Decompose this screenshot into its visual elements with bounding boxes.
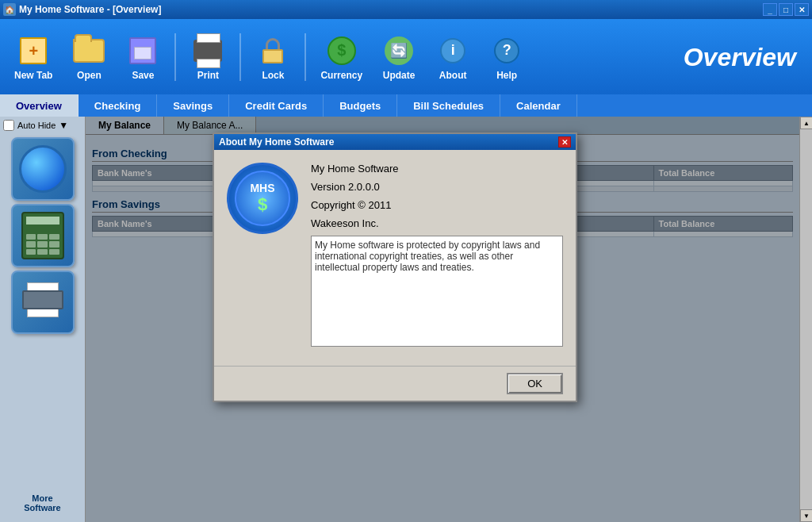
toolbar-items: New Tab Open Save Print [6, 30, 532, 84]
new-tab-icon [16, 33, 51, 68]
modal-overlay: About My Home Software ✕ MHS $ My Home S… [86, 117, 799, 522]
sidebar-icon-globe[interactable] [11, 137, 75, 201]
ok-button[interactable]: OK [507, 373, 563, 394]
scroll-down-button[interactable]: ▼ [800, 509, 812, 522]
app-icon: 🏠 [3, 3, 16, 16]
open-icon [71, 33, 106, 68]
currency-icon: $ [324, 33, 359, 68]
nav-checking[interactable]: Checking [79, 94, 158, 117]
open-label: Open [77, 70, 102, 81]
update-label: Update [383, 70, 416, 81]
auto-hide-checkbox[interactable] [3, 120, 14, 131]
toolbar: New Tab Open Save Print [0, 19, 812, 94]
modal-body: MHS $ My Home Software Version 2.0.0.0 C… [214, 150, 576, 366]
title-bar: 🏠 My Home Software - [Overview] _ □ ✕ [0, 0, 812, 19]
toolbar-separator-2 [239, 33, 241, 81]
lock-icon [255, 33, 290, 68]
content-area: My Balance My Balance A... From Checking… [86, 117, 799, 522]
globe-icon [19, 145, 67, 193]
printer-icon [20, 282, 66, 322]
window-controls[interactable]: _ □ ✕ [763, 3, 809, 16]
sidebar-icon-calculator[interactable] [11, 204, 75, 267]
modal-info: My Home Software Version 2.0.0.0 Copyrig… [311, 163, 563, 353]
nav-bar: Overview Checking Savings Credit Cards B… [0, 94, 812, 117]
app-name: My Home Software [311, 163, 563, 175]
page-title: Overview [684, 42, 796, 71]
toolbar-separator-3 [304, 33, 306, 81]
legal-text-box[interactable]: My Home software is protected by copyrig… [311, 236, 563, 347]
modal-footer: OK [214, 366, 576, 401]
window-title: My Home Software - [Overview] [19, 4, 161, 15]
sidebar-top: Auto Hide ▼ [3, 120, 82, 131]
modal-title: About My Home Software [219, 136, 334, 148]
main-area: Auto Hide ▼ [0, 117, 812, 522]
legal-text: My Home software is protected by copyrig… [315, 240, 540, 273]
save-icon [125, 33, 160, 68]
logo-dollar-icon: $ [258, 194, 267, 215]
help-icon: ? [489, 33, 524, 68]
toolbar-separator-1 [174, 33, 176, 81]
print-icon [190, 33, 225, 68]
nav-savings[interactable]: Savings [157, 94, 229, 117]
maximize-button[interactable]: □ [779, 3, 793, 16]
nav-budgets[interactable]: Budgets [324, 94, 397, 117]
app-copyright: Copyright © 2011 [311, 199, 563, 211]
about-button[interactable]: i About [427, 30, 478, 84]
help-label: Help [496, 70, 517, 81]
update-button[interactable]: 🔄 Update [373, 30, 424, 84]
calculator-icon [21, 212, 64, 259]
lock-button[interactable]: Lock [247, 30, 298, 84]
save-label: Save [132, 70, 154, 81]
auto-hide-label: Auto Hide [17, 121, 56, 130]
app-version: Version 2.0.0.0 [311, 181, 563, 193]
lock-label: Lock [262, 70, 284, 81]
nav-calendar[interactable]: Calendar [500, 94, 577, 117]
open-button[interactable]: Open [63, 30, 114, 84]
app-company: Wakeeson Inc. [311, 217, 563, 229]
update-icon: 🔄 [381, 33, 416, 68]
modal-titlebar: About My Home Software ✕ [214, 134, 576, 150]
save-button[interactable]: Save [117, 30, 168, 84]
currency-label: Currency [320, 70, 362, 81]
auto-hide-arrow-icon[interactable]: ▼ [59, 120, 68, 131]
modal-close-button[interactable]: ✕ [558, 136, 571, 148]
scroll-up-button[interactable]: ▲ [800, 117, 812, 129]
print-label: Print [197, 70, 219, 81]
currency-button[interactable]: $ Currency [312, 30, 370, 84]
scroll-track[interactable] [800, 129, 812, 509]
minimize-button[interactable]: _ [763, 3, 777, 16]
more-software-label: MoreSoftware [24, 493, 60, 512]
about-icon: i [435, 33, 470, 68]
app-logo: MHS $ [227, 163, 298, 234]
about-label: About [439, 70, 467, 81]
help-button[interactable]: ? Help [481, 30, 532, 84]
nav-bill-schedules[interactable]: Bill Schedules [397, 94, 500, 117]
logo-text: MHS [250, 182, 274, 194]
sidebar: Auto Hide ▼ [0, 117, 86, 522]
nav-credit-cards[interactable]: Credit Cards [229, 94, 324, 117]
nav-overview[interactable]: Overview [0, 94, 79, 117]
print-button[interactable]: Print [182, 30, 233, 84]
new-tab-button[interactable]: New Tab [6, 30, 60, 84]
vertical-scrollbar[interactable]: ▲ ▼ [799, 117, 812, 522]
new-tab-label: New Tab [14, 70, 52, 81]
close-button[interactable]: ✕ [795, 3, 809, 16]
logo-inner: MHS $ [235, 171, 290, 226]
about-modal: About My Home Software ✕ MHS $ My Home S… [213, 132, 577, 402]
more-software-button[interactable]: MoreSoftware [17, 487, 67, 519]
sidebar-icon-printer[interactable] [11, 271, 75, 334]
